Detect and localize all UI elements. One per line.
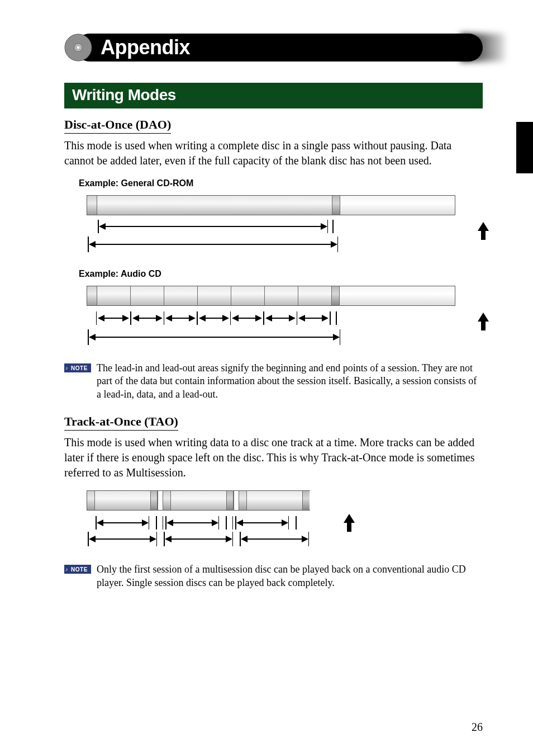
svg-point-7	[77, 46, 80, 49]
tao-body: This mode is used when writing data to a…	[64, 435, 483, 480]
dao-note: NOTE The lead-in and lead-out areas sign…	[64, 362, 483, 401]
diagram-general-cdrom	[87, 195, 483, 252]
dao-body: This mode is used when writing a complet…	[64, 138, 483, 168]
page-tab	[516, 122, 533, 173]
dao-note-text: The lead-in and lead-out areas signify t…	[97, 362, 483, 401]
disc-icon	[64, 34, 92, 62]
dao-example1-label: Example: General CD-ROM	[79, 178, 483, 188]
dao-example2-label: Example: Audio CD	[79, 269, 483, 279]
tao-note-text: Only the first session of a multisession…	[97, 563, 483, 589]
tao-note: NOTE Only the first session of a multise…	[64, 563, 483, 589]
up-arrow-icon	[478, 222, 489, 240]
appendix-title: Appendix	[101, 36, 190, 59]
section-title: Writing Modes	[72, 86, 176, 103]
section-banner: Writing Modes	[64, 83, 483, 108]
note-badge: NOTE	[64, 565, 91, 574]
note-badge: NOTE	[64, 363, 91, 372]
diagram-tao	[87, 490, 483, 546]
tao-heading: Track-at-Once (TAO)	[64, 414, 178, 431]
up-arrow-icon	[478, 313, 489, 330]
dao-heading: Disc-at-Once (DAO)	[64, 117, 171, 134]
diagram-audio-cd	[87, 286, 483, 345]
up-arrow-icon	[344, 514, 355, 532]
appendix-header: Appendix	[64, 34, 483, 62]
page-number: 26	[472, 721, 483, 734]
